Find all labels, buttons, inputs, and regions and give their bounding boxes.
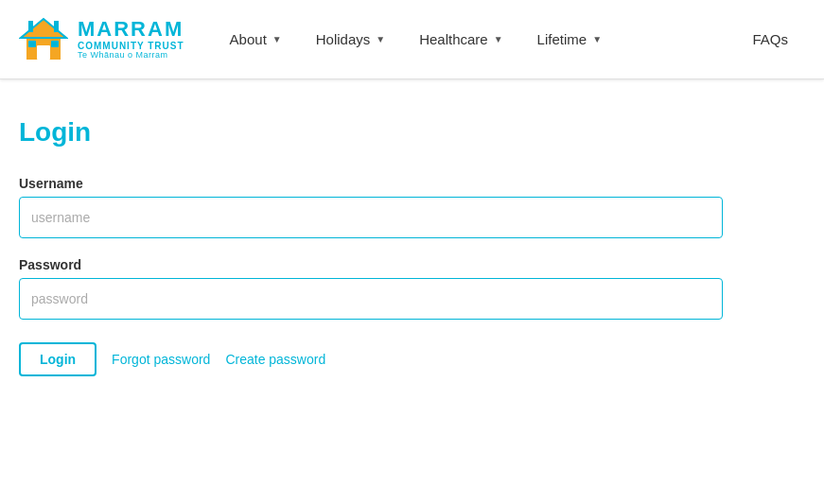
main-content: Login Username Password Login Forgot pas… xyxy=(0,79,757,414)
brand-name: MARRAM xyxy=(78,18,184,41)
forgot-password-link[interactable]: Forgot password xyxy=(112,352,210,367)
brand-line3: Te Whānau o Marram xyxy=(78,51,184,61)
form-actions: Login Forgot password Create password xyxy=(19,342,738,376)
lifetime-dropdown-arrow: ▼ xyxy=(592,34,602,44)
password-group: Password xyxy=(19,257,738,320)
about-dropdown-arrow: ▼ xyxy=(272,34,282,44)
holidays-dropdown-arrow: ▼ xyxy=(376,34,385,44)
nav-about[interactable]: About ▼ xyxy=(213,0,299,79)
page-title: Login xyxy=(19,117,738,148)
svg-marker-0 xyxy=(21,19,66,38)
nav-holidays[interactable]: Holidays ▼ xyxy=(299,0,402,79)
main-nav: About ▼ Holidays ▼ Healthcare ▼ Lifetime… xyxy=(213,0,805,79)
healthcare-dropdown-arrow: ▼ xyxy=(494,34,503,44)
create-password-link[interactable]: Create password xyxy=(225,352,325,367)
svg-rect-2 xyxy=(37,45,50,60)
site-header: MARRAM COMMUNITY TRUST Te Whānau o Marra… xyxy=(0,0,824,79)
username-label: Username xyxy=(19,176,738,191)
svg-rect-3 xyxy=(28,41,36,47)
username-group: Username xyxy=(19,176,738,238)
password-input[interactable] xyxy=(19,278,723,320)
nav-healthcare[interactable]: Healthcare ▼ xyxy=(402,0,519,79)
site-logo[interactable]: MARRAM COMMUNITY TRUST Te Whānau o Marra… xyxy=(19,15,184,64)
nav-lifetime[interactable]: Lifetime ▼ xyxy=(520,0,619,79)
username-input[interactable] xyxy=(19,197,723,238)
svg-rect-4 xyxy=(51,41,59,47)
nav-faqs[interactable]: FAQs xyxy=(735,0,805,79)
password-label: Password xyxy=(19,257,738,272)
login-button[interactable]: Login xyxy=(19,342,96,376)
